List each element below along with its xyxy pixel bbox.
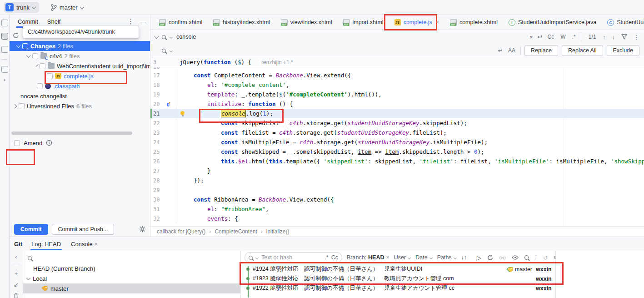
- code-line-21[interactable]: 21console.log(1);: [150, 109, 644, 118]
- add-branch-icon[interactable]: +: [15, 270, 18, 277]
- preserve-case-toggle[interactable]: AA: [507, 47, 517, 54]
- hide-panel-icon[interactable]: —: [140, 17, 146, 25]
- paths-filter[interactable]: Paths: [437, 254, 457, 261]
- match-case-toggle[interactable]: Cc: [546, 33, 556, 40]
- tree-row-complete-js[interactable]: JS complete.js: [10, 71, 150, 81]
- code-line-32[interactable]: 32events: {: [150, 214, 644, 223]
- code-line-27[interactable]: 27}: [150, 166, 644, 176]
- exclude-button[interactable]: Exclude: [607, 45, 639, 56]
- bookmarks-tool-icon[interactable]: [4, 79, 5, 81]
- tab-import-xhtml[interactable]: import.xhtml: [338, 15, 389, 30]
- code-line-16[interactable]: 16: [150, 67, 644, 71]
- replace-button[interactable]: Replace: [524, 45, 558, 56]
- tab-console[interactable]: Console ×: [70, 238, 99, 250]
- branch-filter[interactable]: Branch: HEAD ×: [347, 254, 389, 261]
- branch-row-head[interactable]: HEAD (Current Branch): [23, 263, 240, 273]
- newline-icon[interactable]: [497, 48, 503, 54]
- branch-selector[interactable]: master: [51, 4, 84, 11]
- code-line-28[interactable]: 28});: [150, 176, 644, 185]
- tree-row-changes[interactable]: Changes 2 files: [10, 41, 150, 51]
- chevron-down-icon[interactable]: [36, 64, 39, 67]
- close-icon[interactable]: ×: [436, 19, 439, 25]
- branch-row-master[interactable]: master: [23, 283, 240, 293]
- rollback-icon[interactable]: ↺: [543, 254, 548, 261]
- collapse-replace-icon[interactable]: [155, 34, 159, 39]
- override-marker-icon[interactable]: O↑: [167, 102, 171, 107]
- pull-requests-tool-icon[interactable]: [1, 46, 8, 53]
- tree-row-module[interactable]: c4v4 2 files: [10, 51, 150, 61]
- more-options-icon[interactable]: ⋮: [127, 17, 134, 25]
- sticky-code-line[interactable]: 3 jQuery(function ($) { renzhijin +1 *: [150, 57, 644, 67]
- folder-checkbox[interactable]: [40, 63, 45, 69]
- code-line-30[interactable]: 30const RibbonArea = Backbone.View.exten…: [150, 195, 644, 204]
- eye-icon[interactable]: [512, 255, 519, 260]
- tab-confirm-xhtml[interactable]: confirm.xhtml: [154, 15, 207, 30]
- code-line-29[interactable]: 29: [150, 185, 644, 195]
- tab-log-head[interactable]: Log: HEAD: [30, 238, 62, 250]
- commit-search-field[interactable]: .* Cc: [245, 252, 342, 263]
- intention-bulb-icon[interactable]: [180, 111, 185, 115]
- regex-toggle[interactable]: .*: [571, 33, 577, 40]
- tab-complete-xhtml[interactable]: complete.xhtml: [445, 15, 503, 30]
- horizontal-scrollbar[interactable]: [11, 131, 132, 135]
- code-line-24[interactable]: 24const isMultipleFile = c4th.storage.ge…: [150, 137, 644, 147]
- changes-checkbox[interactable]: [22, 43, 28, 49]
- close-icon[interactable]: ×: [94, 241, 98, 247]
- chevron-down-icon[interactable]: [26, 276, 31, 280]
- history-clock-icon[interactable]: [46, 140, 52, 146]
- commit-search-input[interactable]: [261, 254, 322, 261]
- tree-row-changelist[interactable]: nocare changelist: [10, 91, 150, 101]
- code-line-25[interactable]: 25const showSkipped = _.some(skippedList…: [150, 147, 644, 157]
- code-line-22[interactable]: 22const skippedList = c4th.storage.get(s…: [150, 118, 644, 128]
- tree-row-unversioned[interactable]: Unversioned Files 6 files: [10, 101, 150, 111]
- jump-to-source-icon[interactable]: ⤴: [534, 254, 537, 261]
- user-filter[interactable]: User: [394, 254, 411, 261]
- file-checkbox[interactable]: [37, 83, 43, 89]
- chevron-down-icon[interactable]: [16, 43, 21, 48]
- structure-tool-icon[interactable]: [1, 66, 8, 73]
- gear-icon[interactable]: [139, 226, 146, 232]
- project-selector[interactable]: T trunk: [4, 2, 39, 13]
- sort-icon[interactable]: ↓↑: [461, 254, 467, 261]
- tab-complete-js[interactable]: JScomplete.js×: [389, 15, 444, 30]
- close-icon[interactable]: ×: [386, 254, 389, 261]
- branch-search[interactable]: [23, 253, 240, 263]
- branch-group-local[interactable]: Local: [23, 273, 240, 283]
- clear-search-icon[interactable]: ×: [529, 34, 533, 40]
- filter-icon[interactable]: [621, 34, 627, 40]
- next-occurrence-icon[interactable]: ↓: [612, 34, 615, 40]
- code-editor[interactable]: 1617const CompleteContent = Backbone.Vie…: [150, 67, 644, 226]
- breadcrumb-item[interactable]: callback for jQuery(): [157, 228, 205, 235]
- refresh-icon[interactable]: [487, 255, 493, 261]
- chevron-down-icon[interactable]: [26, 53, 31, 58]
- chevron-right-icon[interactable]: [13, 104, 17, 108]
- commit-button[interactable]: Commit: [14, 224, 48, 235]
- unversioned-checkbox[interactable]: [19, 103, 25, 109]
- breadcrumb-item[interactable]: CompleteContent: [215, 228, 257, 235]
- replace-history-icon[interactable]: [170, 49, 173, 52]
- previous-occurrence-icon[interactable]: ↑: [603, 34, 606, 40]
- tab-studentuuidimport[interactable]: CStudentUuidImport: [602, 15, 644, 30]
- commit-and-push-button[interactable]: Commit and Push...: [52, 224, 115, 235]
- regex-toggle[interactable]: .*: [324, 254, 328, 261]
- code-line-19[interactable]: 19template: _.template($('#completeConte…: [150, 90, 644, 99]
- project-tool-icon[interactable]: [1, 20, 8, 26]
- newline-icon[interactable]: [537, 34, 543, 40]
- find-query[interactable]: console: [176, 34, 526, 40]
- code-line-18[interactable]: 18el: '#complete_content',: [150, 80, 644, 90]
- date-filter[interactable]: Date: [415, 254, 432, 261]
- more-options-icon[interactable]: ⋮: [634, 34, 639, 40]
- replace-all-button[interactable]: Replace All: [562, 45, 603, 56]
- code-line-31[interactable]: 31el: "#ribbonArea",: [150, 204, 644, 214]
- play-icon[interactable]: ▷: [477, 254, 481, 261]
- checkout-icon[interactable]: ↙: [14, 281, 19, 288]
- tab-view-index-xhtml[interactable]: view\index.xhtml: [276, 15, 337, 30]
- refresh-icon[interactable]: [13, 32, 19, 39]
- search-history-icon[interactable]: [170, 35, 173, 39]
- module-checkbox[interactable]: [32, 53, 38, 59]
- commit-tool-icon[interactable]: [1, 33, 8, 40]
- code-line-20[interactable]: 20O↑initialize: function () {: [150, 99, 644, 109]
- amend-checkbox[interactable]: [14, 140, 20, 146]
- trash-icon[interactable]: [13, 293, 19, 298]
- code-line-26[interactable]: 26this.$el.html(this.template({ 'skipped…: [150, 157, 644, 166]
